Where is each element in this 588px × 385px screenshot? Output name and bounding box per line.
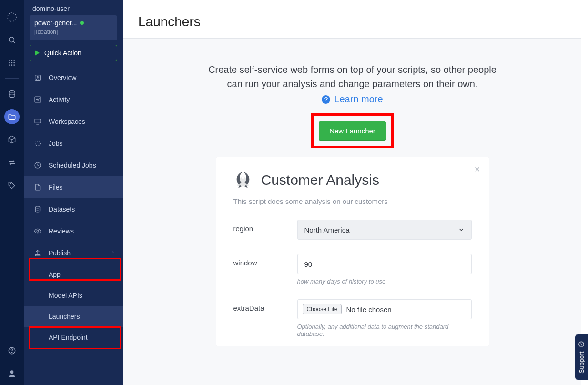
svg-point-24 [37,230,39,232]
projects-folder-icon[interactable] [4,109,20,124]
nav-label: Scheduled Jobs [49,162,96,169]
file-status: No file chosen [346,305,392,314]
nav-publish[interactable]: Publish ⌃ [24,242,123,264]
project-chip[interactable]: power-gener... [Ideation] [30,15,117,40]
svg-point-8 [13,62,15,64]
svg-rect-25 [35,254,40,256]
learn-more-link[interactable]: ? Learn more [322,94,383,105]
svg-line-2 [13,41,15,43]
nav-label: Jobs [49,140,63,147]
svg-point-4 [11,60,13,61]
nav-label: App [49,271,61,278]
nav-label: Datasets [49,205,75,213]
svg-point-7 [11,62,13,64]
nav-datasets[interactable]: Datasets [24,198,123,220]
nav-workspaces[interactable]: Workspaces [24,111,123,132]
page-title: Launchers [123,0,588,38]
nav-files[interactable]: Files [24,176,123,198]
clock-small-icon [578,341,585,348]
nav-jobs[interactable]: Jobs [24,132,123,154]
launcher-preview-card: × Customer Analysis This script does som… [216,157,489,346]
region-value: North America [304,226,350,234]
close-icon[interactable]: × [475,164,480,175]
quick-action-button[interactable]: Quick Action [30,45,117,61]
nav-publish-app[interactable]: App [24,264,123,285]
window-input[interactable] [297,254,472,274]
support-tab[interactable]: Support [575,334,588,380]
svg-point-26 [242,177,244,179]
svg-point-5 [13,60,15,61]
side-nav: domino-user power-gener... [Ideation] Qu… [24,0,123,385]
support-label: Support [578,352,585,374]
field-label-region: region [233,220,297,233]
svg-point-11 [13,64,15,66]
choose-file-button[interactable]: Choose File [303,304,342,314]
content-panel: Create self-service web forms on top of … [123,38,581,385]
rocket-icon [233,171,253,190]
svg-point-18 [37,76,39,78]
publish-icon [33,249,42,257]
card-description: This script does some analysis on our cu… [233,197,472,205]
svg-point-12 [9,91,15,93]
workspaces-icon [33,117,42,126]
svg-point-6 [9,62,10,64]
breadcrumb[interactable]: domino-user [24,0,123,13]
file-icon [33,183,42,192]
blurb-text: Create self-service web forms on top of … [200,62,505,91]
nav-reviews[interactable]: Reviews [24,220,123,242]
nav-activity[interactable]: Activity [24,89,123,111]
activity-icon [33,95,42,104]
help-badge-icon: ? [322,95,330,104]
card-title: Customer Analysis [261,172,379,188]
overview-icon [33,73,42,82]
icon-rail [0,0,24,385]
svg-point-0 [8,13,16,21]
status-dot-icon [80,21,84,25]
window-hint: how many days of history to use [297,278,472,285]
svg-point-13 [10,183,11,184]
nav-publish-model-apis[interactable]: Model APIs [24,285,123,306]
new-launcher-button[interactable]: New Launcher [319,121,386,141]
nav-label: Overview [49,74,76,81]
field-label-extradata: extraData [233,299,297,312]
swap-icon[interactable] [4,155,20,170]
nav-publish-launchers[interactable]: Launchers [24,306,123,327]
nav-overview[interactable]: Overview [24,67,123,89]
nav-label: Model APIs [49,292,82,299]
datasets-icon [33,205,42,213]
jobs-icon [33,139,42,148]
main-content: Launchers Create self-service web forms … [123,0,588,385]
nav-scheduled-jobs[interactable]: Scheduled Jobs [24,154,123,176]
svg-point-10 [11,64,13,66]
svg-point-23 [35,206,40,208]
svg-point-9 [9,64,10,66]
region-select[interactable]: North America [297,220,472,240]
project-name: power-gener... [34,19,77,27]
quick-action-label: Quick Action [44,49,81,57]
nav-publish-api-endpoint[interactable]: API Endpoint [24,327,123,348]
field-label-window: window [233,254,297,267]
chevron-up-icon: ⌃ [111,251,114,256]
extra-data-file-input[interactable]: Choose File No file chosen [297,299,472,319]
apps-icon[interactable] [4,55,20,71]
nav-label: Files [49,183,63,191]
help-icon[interactable] [4,343,20,358]
chevron-down-icon [458,226,465,233]
logo-icon[interactable] [4,10,20,25]
user-icon[interactable] [4,366,20,381]
nav-label: Publish [49,249,71,257]
nav-label: Activity [49,96,70,103]
nav-label: Reviews [49,227,74,235]
svg-point-21 [35,141,41,146]
search-icon[interactable] [4,32,20,48]
database-icon[interactable] [4,86,20,101]
tag-icon[interactable] [4,178,20,193]
cube-icon[interactable] [4,132,20,147]
nav-label: API Endpoint [49,334,88,341]
svg-point-16 [10,370,14,374]
rail-divider [5,78,19,79]
svg-rect-20 [35,119,41,123]
nav-label: Workspaces [49,118,85,125]
eye-icon [33,227,42,235]
play-icon [35,50,40,56]
